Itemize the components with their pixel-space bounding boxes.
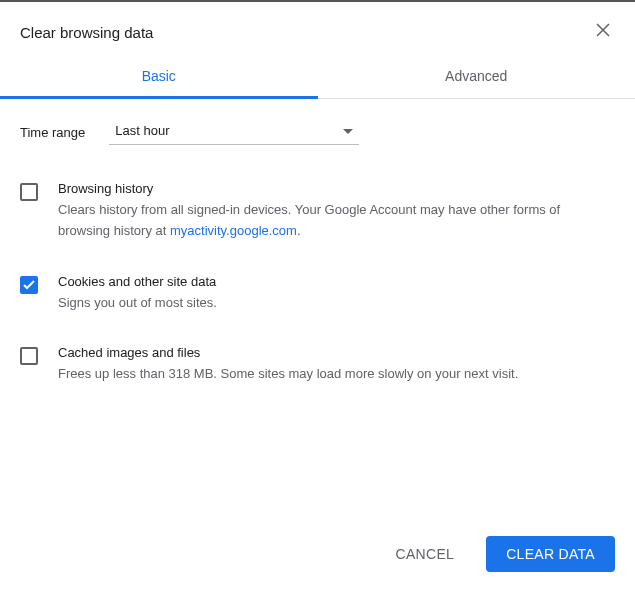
- checkbox-browsing-history[interactable]: [20, 183, 38, 201]
- checkbox-cached[interactable]: [20, 347, 38, 365]
- option-cached-title: Cached images and files: [58, 345, 615, 360]
- tab-advanced[interactable]: Advanced: [318, 54, 636, 98]
- option-cookies-desc: Signs you out of most sites.: [58, 293, 615, 314]
- checkmark-icon: [23, 280, 35, 290]
- option-cached-desc: Frees up less than 318 MB. Some sites ma…: [58, 364, 615, 385]
- time-range-dropdown[interactable]: Last hour: [109, 119, 359, 145]
- checkbox-cookies[interactable]: [20, 276, 38, 294]
- option-cookies-title: Cookies and other site data: [58, 274, 615, 289]
- clear-data-button[interactable]: CLEAR DATA: [486, 536, 615, 572]
- tab-bar: Basic Advanced: [0, 54, 635, 99]
- myactivity-link[interactable]: myactivity.google.com: [170, 223, 297, 238]
- time-range-selected: Last hour: [115, 123, 169, 138]
- chevron-down-icon: [343, 123, 353, 138]
- tab-basic[interactable]: Basic: [0, 54, 318, 98]
- option-browsing-history-title: Browsing history: [58, 181, 615, 196]
- option-browsing-history-desc: Clears history from all signed-in device…: [58, 200, 615, 242]
- dialog-title: Clear browsing data: [20, 24, 153, 41]
- time-range-label: Time range: [20, 125, 85, 140]
- close-icon: [595, 22, 611, 38]
- close-button[interactable]: [591, 18, 615, 46]
- cancel-button[interactable]: CANCEL: [376, 536, 475, 572]
